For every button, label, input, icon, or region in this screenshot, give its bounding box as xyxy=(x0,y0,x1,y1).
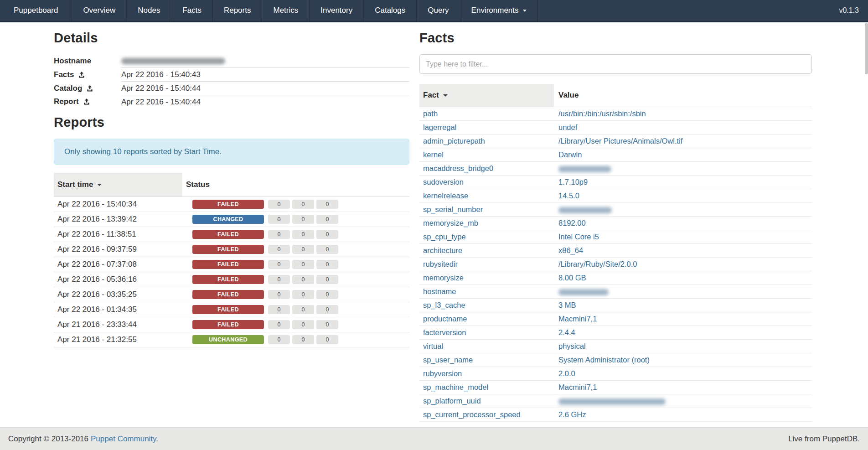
fact-name-link[interactable]: sp_user_name xyxy=(423,356,473,364)
fact-value-link[interactable]: Darwin xyxy=(558,150,582,159)
fact-value-link[interactable]: 2.4.4 xyxy=(558,328,575,336)
fact-value-link[interactable]: System Administrator (root) xyxy=(558,356,650,364)
fact-value-link[interactable]: Macmini7,1 xyxy=(558,315,597,323)
facts-column-fact[interactable]: Fact xyxy=(419,84,554,107)
fact-row: admin_picturepath/Library/User Pictures/… xyxy=(419,134,812,148)
fact-value-link[interactable]: 8.00 GB xyxy=(558,274,586,282)
count-badge: 0 xyxy=(268,290,290,299)
fact-name-link[interactable]: sp_cpu_type xyxy=(423,233,466,241)
fact-value xyxy=(554,203,812,217)
report-start-time: Apr 22 2016 - 09:37:59 xyxy=(54,242,182,257)
count-badge: 0 xyxy=(268,200,290,209)
fact-row: lagerregalundef xyxy=(419,121,812,134)
count-badge: 0 xyxy=(316,215,338,224)
details-label: Hostname xyxy=(54,54,121,68)
nav-item-inventory[interactable]: Inventory xyxy=(310,0,364,21)
fact-value-link[interactable]: /Library/User Pictures/Animals/Owl.tif xyxy=(558,137,682,145)
fact-name-link[interactable]: architecture xyxy=(423,246,462,254)
nav-item-query[interactable]: Query xyxy=(417,0,460,21)
redacted-value xyxy=(558,398,666,405)
fact-name-link[interactable]: sp_serial_number xyxy=(423,205,483,213)
fact-name: sp_cpu_type xyxy=(419,230,554,244)
fact-value-link[interactable]: /Library/Ruby/Site/2.0.0 xyxy=(558,260,637,268)
report-start-time: Apr 22 2016 - 03:35:25 xyxy=(54,287,182,302)
fact-name-link[interactable]: memorysize_mb xyxy=(423,219,478,227)
fact-name-link[interactable]: facterversion xyxy=(423,328,466,336)
details-row: ReportApr 22 2016 - 15:40:44 xyxy=(54,95,409,109)
facts-column-value[interactable]: Value xyxy=(554,84,812,107)
fact-value-link[interactable]: 2.6 GHz xyxy=(558,410,586,419)
fact-name-link[interactable]: path xyxy=(423,109,438,118)
fact-name-link[interactable]: sp_machine_model xyxy=(423,383,488,391)
count-badge: 0 xyxy=(292,245,314,254)
fact-row: productnameMacmini7,1 xyxy=(419,312,812,326)
fact-name-link[interactable]: macaddress_bridge0 xyxy=(423,164,493,172)
fact-value-link[interactable]: 14.5.0 xyxy=(558,191,579,200)
fact-row: sp_serial_number xyxy=(419,203,812,217)
nav-item-environments[interactable]: Environments xyxy=(460,0,538,21)
facts-filter-input[interactable] xyxy=(419,54,812,74)
fact-value-link[interactable]: 8192.00 xyxy=(558,219,586,227)
reports-column-status[interactable]: Status xyxy=(182,173,409,197)
fact-name: sp_machine_model xyxy=(419,381,554,394)
fact-name-link[interactable]: sudoversion xyxy=(423,178,464,186)
vertical-scrollbar[interactable] xyxy=(865,23,868,74)
fact-name-link[interactable]: kernelrelease xyxy=(423,191,468,200)
count-badge: 0 xyxy=(268,260,290,269)
fact-name-link[interactable]: kernel xyxy=(423,150,444,159)
fact-value-link[interactable]: 3 MB xyxy=(558,301,576,309)
fact-value: 8192.00 xyxy=(554,217,812,230)
count-badge: 0 xyxy=(316,275,338,284)
upload-icon[interactable] xyxy=(78,72,85,78)
nav-item-catalogs[interactable]: Catalogs xyxy=(364,0,417,21)
fact-value-link[interactable]: /usr/bin:/bin:/usr/sbin:/sbin xyxy=(558,109,646,118)
fact-name-link[interactable]: sp_l3_cache xyxy=(423,301,465,309)
fact-name-link[interactable]: rubyversion xyxy=(423,369,462,378)
count-badge: 0 xyxy=(268,230,290,239)
fact-name-link[interactable]: sp_current_processor_speed xyxy=(423,410,521,419)
fact-value-link[interactable]: 1.7.10p9 xyxy=(558,178,588,186)
report-status: CHANGED000 xyxy=(186,215,406,224)
fact-value-link[interactable]: undef xyxy=(558,123,577,131)
fact-row: memorysize_mb8192.00 xyxy=(419,217,812,230)
navbar-items: OverviewNodesFactsReportsMetricsInventor… xyxy=(72,0,537,21)
count-badge: 0 xyxy=(316,230,338,239)
puppet-community-link[interactable]: Puppet Community xyxy=(91,434,156,443)
nav-item-nodes[interactable]: Nodes xyxy=(127,0,171,21)
fact-name: virtual xyxy=(419,340,554,353)
count-badge: 0 xyxy=(268,215,290,224)
status-badge: FAILED xyxy=(192,200,264,209)
reports-column-start-time[interactable]: Start time xyxy=(54,173,182,197)
count-badge: 0 xyxy=(292,320,314,329)
fact-row: path/usr/bin:/bin:/usr/sbin:/sbin xyxy=(419,107,812,121)
fact-name-link[interactable]: virtual xyxy=(423,342,443,350)
facts-column: Facts Fact Value path/usr/bin:/bin:/usr/… xyxy=(419,30,812,422)
fact-value: 3 MB xyxy=(554,299,812,312)
navbar-brand[interactable]: Puppetboard xyxy=(0,0,72,21)
count-badge: 0 xyxy=(292,335,314,344)
fact-row: memorysize8.00 GB xyxy=(419,271,812,285)
fact-name-link[interactable]: admin_picturepath xyxy=(423,137,485,145)
fact-value-link[interactable]: x86_64 xyxy=(558,246,583,254)
nav-item-reports[interactable]: Reports xyxy=(213,0,263,21)
fact-name-link[interactable]: memorysize xyxy=(423,274,464,282)
fact-value-link[interactable]: 2.0.0 xyxy=(558,369,575,378)
upload-icon[interactable] xyxy=(83,98,90,105)
report-status-cell: CHANGED000 xyxy=(182,212,409,227)
fact-name-link[interactable]: hostname xyxy=(423,287,456,295)
fact-name-link[interactable]: lagerregal xyxy=(423,123,456,131)
nav-item-metrics[interactable]: Metrics xyxy=(262,0,310,21)
nav-item-overview[interactable]: Overview xyxy=(72,0,127,21)
nav-item-facts[interactable]: Facts xyxy=(171,0,213,21)
fact-name-link[interactable]: productname xyxy=(423,315,467,323)
fact-value xyxy=(554,162,812,176)
fact-name: kernel xyxy=(419,148,554,162)
report-status-cell: FAILED000 xyxy=(182,272,409,287)
fact-value-link[interactable]: Macmini7,1 xyxy=(558,383,597,391)
upload-icon[interactable] xyxy=(87,85,93,92)
fact-value-link[interactable]: physical xyxy=(558,342,586,350)
fact-name-link[interactable]: rubysitedir xyxy=(423,260,458,268)
fact-value-link[interactable]: Intel Core i5 xyxy=(558,233,599,241)
fact-value xyxy=(554,285,812,299)
fact-name-link[interactable]: sp_platform_uuid xyxy=(423,397,481,405)
